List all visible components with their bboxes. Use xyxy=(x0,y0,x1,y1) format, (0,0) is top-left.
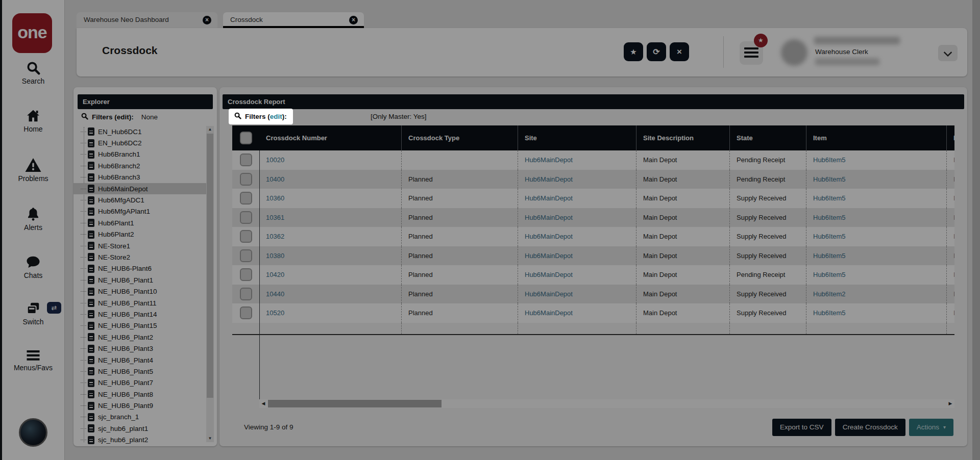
search-icon xyxy=(234,112,241,121)
filters-edit-link[interactable]: edit xyxy=(270,113,282,120)
filters-label-prefix: Filters ( xyxy=(245,113,270,120)
report-filters-chip[interactable]: Filters (edit): xyxy=(229,109,293,124)
filters-label-suffix: ): xyxy=(282,113,287,120)
screen-dim-overlay xyxy=(0,0,980,460)
app-window: one Search Home Problems Alerts Chats Sw… xyxy=(0,0,980,460)
